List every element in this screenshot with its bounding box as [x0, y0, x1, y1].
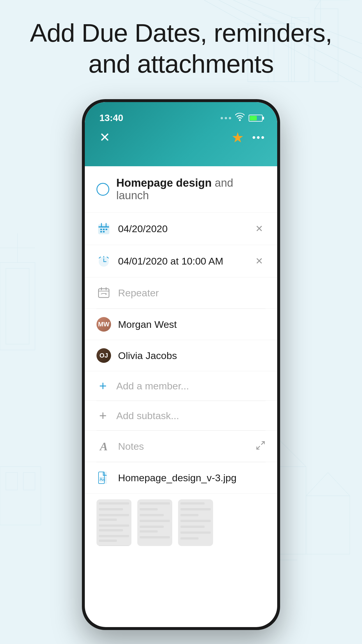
thumb-line: [180, 508, 211, 510]
thumb-line: [180, 537, 198, 540]
attachment-file-icon: [96, 470, 111, 485]
svg-rect-23: [306, 496, 350, 554]
thumb-line: [140, 508, 158, 510]
add-member-row[interactable]: + Add a member...: [85, 371, 277, 401]
task-title-row[interactable]: Homepage design and launch: [85, 166, 277, 213]
svg-rect-34: [100, 231, 102, 232]
svg-rect-33: [106, 229, 107, 230]
due-date-row[interactable]: 04/20/2020 ✕: [85, 213, 277, 245]
notes-placeholder: Notes: [118, 441, 256, 452]
svg-text:A: A: [99, 440, 108, 453]
svg-rect-55: [100, 477, 105, 481]
task-title: Homepage design and launch: [116, 177, 266, 202]
task-content: Homepage design and launch: [85, 166, 277, 552]
svg-line-12: [315, 0, 321, 9]
reminder-value: 04/01/2020 at 10:00 AM: [118, 256, 253, 267]
hero-title: Add Due Dates, reminders, and attachment…: [23, 18, 339, 79]
status-bar: 13:40: [85, 102, 277, 123]
thumbnail-1[interactable]: [96, 499, 131, 546]
calendar-icon: [96, 221, 111, 236]
attachment-row[interactable]: Homepage_design_v-3.jpg: [85, 462, 277, 494]
repeater-icon: [96, 286, 111, 300]
thumb-line: [180, 514, 198, 516]
svg-rect-18: [6, 473, 17, 490]
thumb-line: [180, 502, 205, 505]
svg-rect-28: [99, 226, 109, 228]
more-options-icon[interactable]: •••: [252, 132, 266, 143]
header-right-actions: ★ •••: [231, 129, 266, 146]
svg-line-50: [261, 442, 264, 444]
thumb-line: [180, 520, 211, 522]
svg-rect-32: [103, 229, 105, 230]
status-time: 13:40: [99, 113, 123, 123]
reminder-row[interactable]: 04/01/2020 at 10:00 AM ✕: [85, 245, 277, 277]
thumb-line: [99, 508, 123, 510]
hero-section: Add Due Dates, reminders, and attachment…: [0, 18, 362, 79]
thumb-line: [140, 520, 170, 522]
svg-rect-19: [23, 473, 35, 490]
svg-rect-35: [103, 231, 105, 232]
remove-reminder-button[interactable]: ✕: [253, 253, 266, 269]
remove-due-date-button[interactable]: ✕: [253, 221, 266, 237]
avatar-morgan: MW: [96, 317, 111, 332]
svg-rect-31: [100, 229, 102, 230]
thumb-line: [140, 536, 170, 538]
battery-fill: [250, 116, 257, 120]
task-complete-circle[interactable]: [96, 183, 109, 196]
add-member-placeholder: Add a member...: [116, 380, 266, 392]
expand-notes-button[interactable]: [256, 440, 266, 452]
thumb-line: [140, 514, 164, 516]
thumb-line: [99, 524, 129, 527]
thumb-line: [140, 526, 164, 528]
thumb-line: [99, 502, 129, 505]
add-subtask-placeholder: Add subtask...: [116, 410, 266, 421]
wifi-icon: [235, 113, 245, 123]
phone-mockup: 13:40: [82, 99, 280, 630]
thumb-line: [180, 531, 211, 534]
thumb-line: [99, 519, 117, 521]
header-actions: ✕ ★ •••: [85, 123, 277, 146]
repeater-placeholder: Repeater: [118, 287, 266, 299]
repeater-row[interactable]: Repeater: [85, 277, 277, 309]
member-morgan-row[interactable]: MW Morgan West: [85, 309, 277, 340]
add-subtask-row[interactable]: + Add subtask...: [85, 401, 277, 430]
battery-icon: [249, 115, 263, 122]
close-button[interactable]: ✕: [96, 129, 113, 146]
thumbnail-3[interactable]: [178, 499, 213, 546]
signal-dot-2: [225, 117, 227, 119]
svg-rect-14: [6, 268, 29, 344]
thumb-line: [99, 545, 129, 546]
thumb-line: [99, 535, 129, 537]
svg-line-47: [257, 446, 260, 449]
app-header: 13:40: [85, 102, 277, 166]
thumb-line: [99, 529, 123, 531]
svg-rect-17: [0, 467, 41, 525]
thumb-line: [180, 526, 205, 528]
status-icons: [221, 113, 263, 123]
star-icon[interactable]: ★: [231, 129, 244, 146]
svg-marker-24: [306, 473, 350, 496]
thumb-line: [140, 502, 170, 505]
add-member-icon: +: [96, 379, 109, 392]
notes-row[interactable]: A Notes: [85, 431, 277, 462]
add-subtask-icon: +: [96, 409, 109, 422]
due-date-value: 04/20/2020: [118, 223, 253, 235]
thumb-line: [99, 514, 129, 516]
member-olivia-row[interactable]: OJ Olivia Jacobs: [85, 340, 277, 371]
signal-dot-1: [221, 117, 223, 119]
task-title-bold: Homepage design: [116, 177, 212, 189]
close-icon: ✕: [99, 131, 110, 144]
avatar-olivia: OJ: [96, 348, 111, 363]
signal-dot-3: [229, 117, 231, 119]
member-morgan-name: Morgan West: [118, 319, 266, 330]
thumbnail-area: [85, 494, 277, 552]
thumb-line: [140, 530, 158, 533]
svg-rect-13: [0, 262, 35, 350]
alarm-icon: [96, 254, 111, 268]
notes-icon: A: [96, 439, 111, 454]
attachment-filename: Homepage_design_v-3.jpg: [118, 472, 236, 484]
signal-dots: [221, 117, 231, 119]
thumbnail-2[interactable]: [137, 499, 172, 546]
thumb-line: [99, 540, 117, 542]
member-olivia-name: Olivia Jacobs: [118, 350, 266, 361]
